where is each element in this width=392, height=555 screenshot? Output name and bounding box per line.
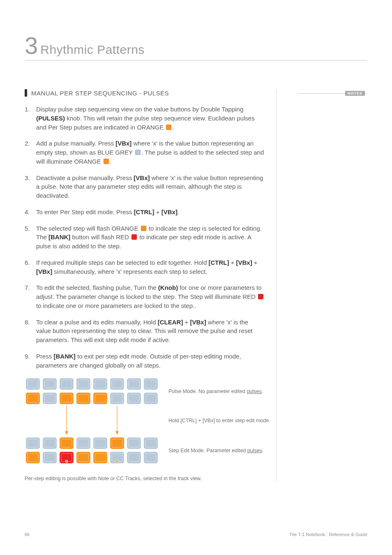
- swatch-orange-icon: [141, 226, 146, 231]
- diagram-bottom-label: Step Edit Mode. Parameter edited pulses.: [168, 447, 263, 454]
- subheading-text: MANUAL PER STEP SEQUENCING - PULSES: [31, 90, 169, 97]
- doc-title: The T-1 Notebook : Reference & Guide: [289, 532, 367, 537]
- notes-column: NOTES: [276, 89, 367, 481]
- step-indicator-dot-icon: [65, 460, 68, 462]
- keyword-vbx: [VBx]: [161, 208, 178, 215]
- keyword-knob: (Knob): [158, 284, 178, 291]
- main-column: MANUAL PER STEP SEQUENCING - PULSES Disp…: [25, 89, 276, 481]
- notes-rule-icon: [365, 93, 367, 94]
- diagram-arrows: Hold [CTRL] + [VBx] to enter step edit m…: [25, 406, 276, 435]
- chapter-number: 3: [25, 34, 38, 58]
- keyword-vbx: [VBx]: [190, 319, 206, 326]
- step-indicator-dot-icon: [116, 460, 118, 462]
- chapter-header: 3 Rhythmic Patterns: [25, 34, 367, 60]
- diagram: Pulse Mode. No parameter edited pulses. …: [25, 377, 265, 481]
- notes-label: NOTES: [297, 91, 367, 96]
- keyword-pulses: (PULSES): [36, 115, 65, 122]
- steps-list: Display pulse step sequencing view on th…: [25, 105, 265, 370]
- step-8: To clear a pulse and its edits manually,…: [25, 318, 265, 345]
- svg-marker-17: [65, 431, 68, 435]
- step-5: The selected step will flash ORANGE to i…: [25, 224, 265, 251]
- diagram-bottom-pair: Step Edit Mode. Parameter edited pulses.: [25, 436, 265, 465]
- step-1: Display pulse step sequencing view on th…: [25, 105, 265, 132]
- step-7: To edit the selected, flashing pulse, Tu…: [25, 283, 265, 310]
- keyword-vbx: [VBx]: [115, 140, 131, 147]
- keyword-vbx: [VBx]: [236, 259, 252, 266]
- step-3: Deactivate a pulse manually. Press [VBx]…: [25, 173, 265, 200]
- page-footer: 66 The T-1 Notebook : Reference & Guide: [25, 532, 367, 537]
- subheading-bar-icon: [25, 89, 27, 97]
- diagram-top-pair: Pulse Mode. No parameter edited pulses.: [25, 377, 265, 406]
- step-9: Press [BANK] to exit per step edit mode.…: [25, 352, 265, 370]
- swatch-bluegrey-icon: [135, 150, 141, 155]
- diagram-footnote: Per-step editing is possible with Note o…: [25, 476, 265, 481]
- keyword-ctrl: [CTRL]: [134, 208, 154, 215]
- keyword-vbx: [VBx]: [134, 174, 150, 181]
- diagram-top-label: Pulse Mode. No parameter edited pulses.: [168, 388, 263, 395]
- button-grid-bottom: [25, 436, 161, 465]
- section-subheading: MANUAL PER STEP SEQUENCING - PULSES: [25, 89, 265, 97]
- step-6: If required multiple steps can be select…: [25, 258, 265, 276]
- keyword-bank: [BANK]: [48, 234, 70, 240]
- chapter-title: Rhythmic Patterns: [40, 43, 145, 57]
- notes-text: NOTES: [345, 91, 365, 96]
- button-grid-top: [25, 377, 161, 406]
- swatch-orange-icon: [166, 125, 171, 130]
- svg-marker-19: [115, 431, 119, 435]
- keyword-ctrl: [CTRL]: [208, 259, 229, 266]
- diagram-mid-label: Hold [CTRL] + [VBx] to enter step edit m…: [168, 418, 270, 423]
- keyword-bank: [BANK]: [54, 353, 76, 360]
- swatch-red-icon: [258, 294, 263, 299]
- notes-rule-icon: [297, 93, 347, 94]
- keyword-clear: [CLEAR]: [158, 319, 183, 326]
- step-4: To enter Per Step edit mode, Press [CTRL…: [25, 208, 265, 217]
- content-columns: MANUAL PER STEP SEQUENCING - PULSES Disp…: [25, 89, 367, 481]
- page: 3 Rhythmic Patterns MANUAL PER STEP SEQU…: [0, 0, 392, 555]
- swatch-orange-icon: [104, 159, 109, 164]
- keyword-vbx: [VBx]: [36, 268, 52, 275]
- swatch-red-icon: [131, 234, 137, 240]
- step-2: Add a pulse manually. Press [VBx] where …: [25, 139, 265, 166]
- page-number: 66: [25, 532, 30, 537]
